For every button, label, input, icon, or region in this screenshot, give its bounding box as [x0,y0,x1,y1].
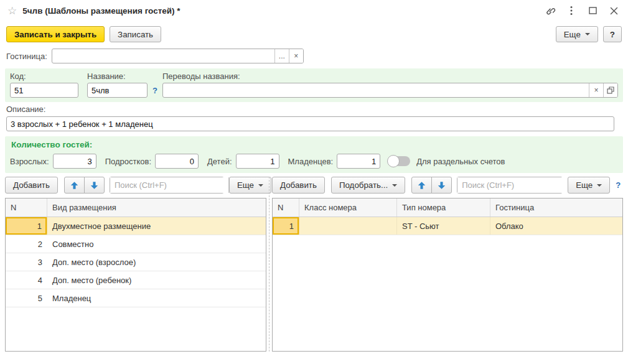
copy-link-icon[interactable] [542,4,558,17]
table-row[interactable]: 5Младенец [6,289,266,307]
placement-more-button[interactable]: Еще [229,177,271,194]
name-label: Название: [87,72,148,81]
maximize-icon[interactable] [584,4,601,17]
hotel-input-group: ... × [52,49,304,63]
infants-input[interactable] [337,154,380,169]
children-label: Детей: [207,157,232,166]
chevron-down-icon [258,184,263,187]
column-header-n[interactable]: N [6,198,47,217]
table-cell[interactable]: Совместно [47,235,266,253]
arrow-up-icon [418,181,426,190]
code-input[interactable] [10,83,78,98]
table-cell[interactable]: 1 [273,217,299,235]
room-more-button[interactable]: Еще [568,177,610,194]
placement-toolbar: Добавить × Еще [5,177,266,194]
table-cell[interactable]: Облако [490,217,622,235]
column-header-hotel[interactable]: Гостиница [490,198,622,217]
teenagers-input[interactable] [155,154,199,169]
more-button[interactable]: Еще [556,26,598,42]
table-cell[interactable]: 5 [6,289,47,307]
translations-label: Переводы названия: [162,72,618,81]
table-cell[interactable]: Доп. место (ребенок) [47,271,266,289]
room-table-body: 1ST - СьютОблако [273,217,622,235]
room-panel-help-icon[interactable]: ? [616,180,621,190]
window-menu-kebab-icon[interactable] [563,4,579,17]
placement-more-label: Еще [237,180,254,190]
save-button[interactable]: Записать [110,26,161,42]
more-button-label: Еще [564,30,581,39]
toggle-knob-icon [387,155,400,167]
description-input[interactable] [6,116,614,131]
table-cell[interactable]: Доп. место (взрослое) [47,253,266,271]
add-room-button[interactable]: Добавить [272,177,325,194]
panel-splitter[interactable] [266,177,272,352]
table-cell[interactable]: Двухместное размещение [47,217,266,235]
room-types-panel: Добавить Подобрать... × Еще ? N Класс но… [272,177,623,352]
hotel-input[interactable] [52,49,274,63]
move-down-button[interactable] [431,177,452,194]
separate-bills-toggle[interactable] [388,156,410,166]
room-table-header: N Класс номера Тип номера Гостиница [273,198,622,217]
code-label: Код: [10,72,78,81]
table-cell[interactable]: 3 [6,253,47,271]
table-cell[interactable] [299,217,397,235]
table-row[interactable]: 1ST - СьютОблако [273,217,622,235]
placement-table-empty-area[interactable] [6,307,266,351]
move-up-button[interactable] [64,177,85,194]
close-icon[interactable] [606,4,622,17]
hotel-choose-button[interactable]: ... [274,49,289,63]
placement-search-box: × [110,177,224,194]
translations-input-group: × [162,83,618,98]
favorite-star-icon[interactable]: ☆ [7,4,17,17]
room-table: N Класс номера Тип номера Гостиница 1ST … [272,198,623,352]
table-cell[interactable]: ST - Сьют [397,217,490,235]
table-cell[interactable]: 4 [6,271,47,289]
column-header-placement-type[interactable]: Вид размещения [47,198,266,217]
room-search-input[interactable] [457,177,576,193]
move-up-button[interactable] [411,177,432,194]
room-table-empty-area[interactable] [273,235,622,351]
open-in-window-icon[interactable] [603,83,617,97]
pick-room-label: Подобрать... [339,180,388,190]
children-input[interactable] [236,154,279,169]
placement-types-panel: Добавить × Еще N Вид размещения 1Двухмес… [5,177,266,352]
room-search-box: × [457,177,563,194]
tables-area: Добавить × Еще N Вид размещения 1Двухмес… [5,177,623,352]
adults-input[interactable] [53,154,96,169]
table-row[interactable]: 1Двухместное размещение [6,217,266,235]
table-cell[interactable]: 1 [6,217,47,235]
hotel-clear-button[interactable]: × [289,49,303,63]
name-help-icon[interactable]: ? [152,86,157,95]
arrow-down-icon [90,181,98,190]
translations-clear-button[interactable]: × [589,83,603,97]
adults-label: Взрослых: [10,157,49,166]
chevron-down-icon [597,184,602,187]
placement-table-header: N Вид размещения [6,198,266,217]
name-input[interactable] [87,83,148,98]
placement-table-body: 1Двухместное размещение2Совместно3Доп. м… [6,217,266,307]
chevron-down-icon [585,33,590,35]
column-header-n[interactable]: N [273,198,299,217]
help-button[interactable]: ? [603,26,622,42]
table-cell[interactable]: 2 [6,235,47,253]
guest-counts-panel: Количество гостей: Взрослых: Подростков:… [5,136,623,173]
table-row[interactable]: 2Совместно [6,235,266,253]
move-down-button[interactable] [84,177,105,194]
translations-input[interactable] [163,83,589,97]
chevron-down-icon [392,184,397,187]
table-row[interactable]: 4Доп. место (ребенок) [6,271,266,289]
save-and-close-button[interactable]: Записать и закрыть [6,26,105,42]
add-placement-button[interactable]: Добавить [5,177,58,194]
placement-table: N Вид размещения 1Двухместное размещение… [5,198,266,352]
guest-counts-title: Количество гостей: [11,140,618,149]
column-header-room-class[interactable]: Класс номера [299,198,397,217]
teenagers-label: Подростков: [105,157,151,166]
description-label: Описание: [6,105,622,114]
hotel-label: Гостиница: [6,52,47,61]
command-bar: Записать и закрыть Записать Еще ? [0,21,628,47]
table-cell[interactable]: Младенец [47,289,266,307]
table-row[interactable]: 3Доп. место (взрослое) [6,253,266,271]
placement-search-input[interactable] [110,177,228,193]
column-header-room-type[interactable]: Тип номера [397,198,490,217]
pick-room-button[interactable]: Подобрать... [331,177,405,194]
